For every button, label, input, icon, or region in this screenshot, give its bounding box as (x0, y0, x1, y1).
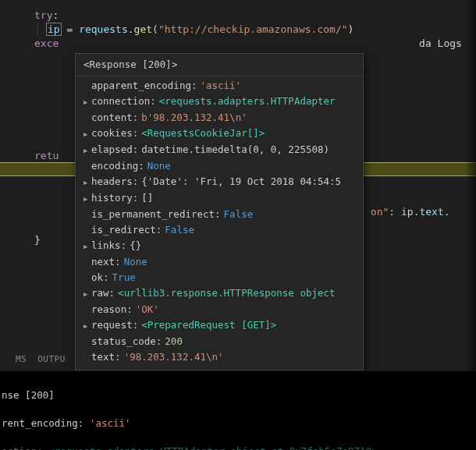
property-name: request (91, 317, 133, 333)
panel-tab[interactable]: OUTPU (37, 354, 66, 364)
expand-twisty-icon[interactable]: ▶ (83, 126, 91, 142)
property-name: next (91, 254, 115, 270)
hover-header: <Response [200]> (76, 54, 363, 76)
hover-property-row: next: None (76, 254, 363, 270)
keyword-except: exce (34, 37, 59, 49)
property-value: {} (130, 238, 141, 253)
debug-hover-tooltip[interactable]: <Response [200]> apparent_encoding: 'asc… (75, 53, 364, 370)
hover-property-row: ok: True (76, 270, 363, 285)
console-line: ection: <requests.adapters.HTTPAdapter o… (2, 445, 476, 450)
hover-property-row[interactable]: ▶headers: {'Date': 'Fri, 19 Oct 2018 04:… (76, 174, 363, 190)
hover-property-row[interactable]: ▶raw: <urllib3.response.HTTPResponse obj… (76, 285, 363, 302)
code-line[interactable]: ip = requests.get("http://checkip.amazon… (0, 22, 476, 36)
property-name: connection (91, 94, 150, 109)
hover-property-row[interactable]: ▶links: {} (76, 238, 363, 254)
fn-get: get (134, 23, 152, 35)
property-name: is_permanent_redirect (91, 207, 215, 222)
property-value: '98.203.132.41\n' (124, 349, 224, 365)
property-name: reason (91, 302, 126, 317)
code-line[interactable]: excexxxxxxxxxxxxxxxxxxxxxxxxxxxxxxxxxxxx… (0, 36, 476, 50)
hover-property-row: is_permanent_redirect: False (76, 207, 363, 222)
property-name: cookies (91, 126, 133, 141)
property-name: headers (91, 174, 133, 190)
operator-eq: = (61, 23, 79, 35)
property-name: apparent_encoding (91, 78, 191, 94)
property-value: False (165, 222, 194, 238)
keyword-return: retu (34, 150, 59, 161)
hover-property-row: is_redirect: False (76, 222, 363, 238)
property-name: history (91, 190, 133, 206)
hover-property-row: encoding: None (76, 158, 363, 174)
property-value: None (124, 254, 147, 270)
property-value: datetime.timedelta(0, 0, 225508) (141, 142, 329, 158)
property-value: None (147, 158, 171, 174)
brace-close: } (34, 234, 41, 246)
property-value: 'OK' (136, 302, 159, 317)
property-value: [] (141, 190, 153, 206)
text-fragment: : ip (389, 206, 413, 218)
hover-property-row[interactable]: ▶cookies: <RequestsCookieJar[]> (76, 126, 363, 142)
property-name: encoding (91, 158, 138, 174)
expand-twisty-icon[interactable]: ▶ (83, 318, 91, 334)
hover-property-row[interactable]: ▶request: <PreparedRequest [GET]> (76, 317, 363, 334)
property-value: {'Date': 'Fri, 19 Oct 2018 04:54:5 (141, 174, 341, 190)
property-value: <RequestsCookieJar[]> (141, 126, 265, 141)
property-name: content (91, 110, 133, 126)
hover-property-row: text: '98.203.132.41\n' (76, 349, 363, 365)
hover-property-row: reason: 'OK' (76, 302, 363, 317)
debug-console[interactable]: nse [200] rent_encoding: 'ascii' ection:… (0, 371, 476, 450)
expand-twisty-icon[interactable]: ▶ (83, 286, 91, 302)
text-fragment: da Logs (419, 37, 462, 49)
module-requests: requests (79, 23, 128, 35)
property-value: <requests.adapters.HTTPAdapter (159, 94, 336, 109)
property-value: b'98.203.132.41\n' (141, 110, 247, 126)
property-name: raw (91, 285, 109, 301)
hover-property-row: content: b'98.203.132.41\n' (76, 110, 363, 126)
property-name: elapsed (91, 142, 133, 158)
string-url: "http://checkip.amazonaws.com/" (158, 23, 348, 35)
hover-body[interactable]: apparent_encoding: 'ascii'▶connection: <… (76, 76, 363, 370)
console-line: rent_encoding: 'ascii' (2, 416, 476, 431)
variable-ip[interactable]: ip (47, 23, 61, 35)
panel-tab[interactable]: MS (16, 354, 27, 364)
property-name: ok (91, 270, 103, 285)
hover-property-row[interactable]: ▶elapsed: datetime.timedelta(0, 0, 22550… (76, 142, 363, 158)
property-value: <PreparedRequest [GET]> (141, 317, 276, 333)
keyword-try: try (34, 9, 52, 21)
property-value: True (112, 270, 136, 285)
property-value: 200 (165, 334, 183, 349)
expand-twisty-icon[interactable]: ▶ (83, 94, 91, 110)
code-line[interactable]: try: (0, 8, 476, 22)
property-value: <urllib3.response.HTTPResponse object (118, 285, 335, 301)
property-name: text (91, 349, 115, 365)
expand-twisty-icon[interactable]: ▶ (83, 191, 91, 207)
expand-twisty-icon[interactable]: ▶ (83, 175, 91, 190)
text-fragment: .text. (414, 206, 450, 218)
hover-property-row[interactable]: ▶connection: <requests.adapters.HTTPAdap… (76, 94, 363, 110)
property-value: False (224, 207, 254, 222)
hover-property-row[interactable]: ▶history: [] (76, 190, 363, 207)
hover-property-row: status_code: 200 (76, 334, 363, 349)
hover-property-row: apparent_encoding: 'ascii' (76, 78, 363, 94)
string-fragment: on" (371, 206, 389, 218)
expand-twisty-icon[interactable]: ▶ (83, 143, 91, 158)
property-name: is_redirect (91, 222, 156, 238)
property-name: links (91, 238, 121, 253)
expand-twisty-icon[interactable]: ▶ (83, 239, 91, 254)
property-value: 'ascii' (200, 78, 241, 94)
property-name: status_code (91, 334, 156, 349)
console-line: nse [200] (2, 388, 476, 402)
panel-tabs[interactable]: MSOUTPU (16, 354, 76, 364)
